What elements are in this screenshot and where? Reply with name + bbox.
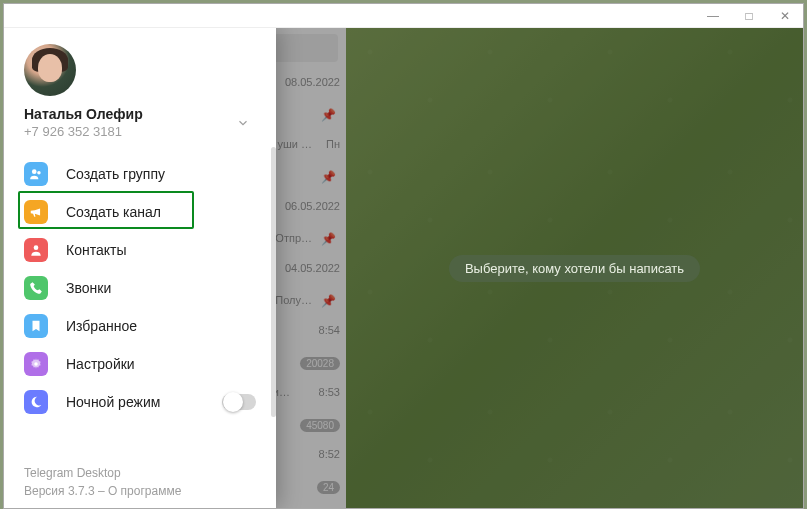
menu-label: Звонки [66, 280, 111, 296]
chat-time: 8:54 [319, 324, 340, 336]
megaphone-icon [24, 200, 48, 224]
unread-badge: 45080 [300, 419, 340, 432]
menu-item-new-group[interactable]: Создать группу [4, 155, 276, 193]
avatar[interactable] [24, 44, 76, 96]
window-minimize-button[interactable]: — [695, 4, 731, 28]
unread-badge: 20028 [300, 357, 340, 370]
menu-item-night-mode[interactable]: Ночной режим [4, 383, 276, 421]
pin-icon: 📌 [321, 170, 336, 184]
window-maximize-button[interactable]: □ [731, 4, 767, 28]
chat-main-area: Выберите, кому хотели бы написать [346, 28, 803, 508]
menu-item-new-channel[interactable]: Создать канал [4, 193, 276, 231]
window-close-button[interactable]: ✕ [767, 4, 803, 28]
profile-section: Наталья Олефир +7 926 352 3181 [4, 28, 276, 147]
menu-label: Ночной режим [66, 394, 160, 410]
pin-icon: 📌 [321, 294, 336, 308]
person-icon [24, 238, 48, 262]
menu-label: Создать канал [66, 204, 161, 220]
menu-item-settings[interactable]: Настройки [4, 345, 276, 383]
pin-icon: 📌 [321, 232, 336, 246]
svg-point-1 [37, 171, 41, 175]
chat-snippet: Отпр… [275, 232, 312, 244]
chat-snippet: Полу… [275, 294, 312, 306]
menu-item-saved[interactable]: Избранное [4, 307, 276, 345]
scrollbar[interactable] [271, 147, 276, 417]
bookmark-icon [24, 314, 48, 338]
unread-badge: 24 [317, 481, 340, 494]
svg-point-2 [34, 245, 39, 250]
empty-chat-placeholder: Выберите, кому хотели бы написать [449, 255, 700, 282]
svg-point-0 [32, 169, 37, 174]
menu-label: Избранное [66, 318, 137, 334]
chat-snippet: уши … [277, 138, 312, 150]
drawer-footer: Telegram Desktop Версия 3.7.3 – О програ… [4, 454, 276, 508]
account-switcher[interactable]: Наталья Олефир +7 926 352 3181 [24, 106, 256, 139]
main-menu-drawer: Наталья Олефир +7 926 352 3181 Создать г… [4, 28, 276, 508]
menu-label: Настройки [66, 356, 135, 372]
titlebar: — □ ✕ [4, 4, 803, 28]
app-version[interactable]: Версия 3.7.3 – О программе [24, 482, 256, 500]
pin-icon: 📌 [321, 108, 336, 122]
chat-date: Пн [326, 138, 340, 150]
night-mode-toggle[interactable] [222, 394, 256, 410]
chat-time: 8:53 [319, 386, 340, 398]
menu-item-contacts[interactable]: Контакты [4, 231, 276, 269]
app-name: Telegram Desktop [24, 464, 256, 482]
account-phone: +7 926 352 3181 [24, 124, 143, 139]
menu-label: Контакты [66, 242, 126, 258]
gear-icon [24, 352, 48, 376]
app-body: 08.05.2022 📌 уши … Пн 📌 06.05.2022 Отпр…… [4, 28, 803, 508]
chevron-down-icon [230, 110, 256, 136]
menu-item-calls[interactable]: Звонки [4, 269, 276, 307]
app-window: — □ ✕ 08.05.2022 📌 уши … Пн 📌 06.05.2022… [3, 3, 804, 509]
account-name: Наталья Олефир [24, 106, 143, 122]
phone-icon [24, 276, 48, 300]
menu-list: Создать группу Создать канал Контакты [4, 147, 276, 454]
chat-time: 8:52 [319, 448, 340, 460]
menu-label: Создать группу [66, 166, 165, 182]
group-icon [24, 162, 48, 186]
chat-date: 06.05.2022 [285, 200, 340, 212]
moon-icon [24, 390, 48, 414]
chat-date: 08.05.2022 [285, 76, 340, 88]
chat-date: 04.05.2022 [285, 262, 340, 274]
